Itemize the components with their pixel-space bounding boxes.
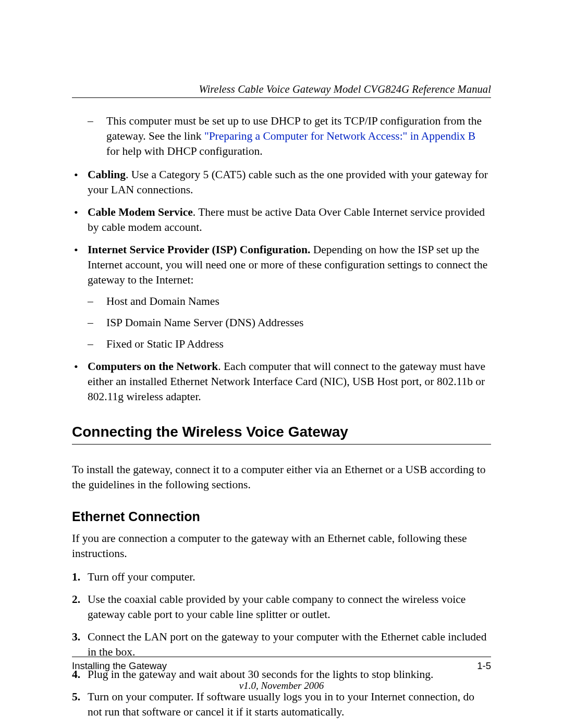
footer-left: Installing the Gateway: [72, 660, 167, 672]
cabling-item: Cabling. Use a Category 5 (CAT5) cable s…: [72, 167, 491, 198]
step-5-num: 5.: [72, 689, 80, 705]
header-rule: [72, 97, 491, 98]
footer-version: v1.0, November 2006: [72, 680, 491, 692]
continuation-block: This computer must be set up to use DHCP…: [72, 114, 491, 159]
step-2-num: 2.: [72, 592, 80, 607]
sub-intro: If you are connection a computer to the …: [72, 531, 491, 561]
steps-list: 1. Turn off your computer. 2. Use the co…: [72, 570, 491, 720]
cabling-text: . Use a Category 5 (CAT5) cable such as …: [88, 168, 488, 196]
running-header: Wireless Cable Voice Gateway Model CVG82…: [72, 83, 491, 95]
isp-sub-1: Host and Domain Names: [88, 294, 491, 309]
dhcp-note-post: for help with DHCP configuration.: [106, 145, 263, 157]
page: Wireless Cable Voice Gateway Model CVG82…: [0, 0, 563, 728]
step-3: 3. Connect the LAN port on the gateway t…: [72, 630, 491, 660]
step-3-num: 3.: [72, 630, 80, 645]
cabling-label: Cabling: [88, 168, 126, 181]
computers-item: Computers on the Network. Each computer …: [72, 359, 491, 404]
section-heading-rule: [72, 444, 491, 445]
step-3-text: Connect the LAN port on the gateway to y…: [88, 631, 486, 658]
isp-config-label: Internet Service Provider (ISP) Configur…: [88, 243, 310, 256]
step-5-text: Turn on your computer. If software usual…: [88, 690, 474, 718]
step-5: 5. Turn on your computer. If software us…: [72, 689, 491, 720]
step-1-text: Turn off your computer.: [88, 571, 195, 583]
footer-rule: [72, 657, 491, 657]
footer-page-number: 1-5: [477, 660, 491, 672]
isp-config-item: Internet Service Provider (ISP) Configur…: [72, 242, 491, 352]
isp-sub-2: ISP Domain Name Server (DNS) Addresses: [88, 315, 491, 330]
section-intro: To install the gateway, connect it to a …: [72, 462, 491, 492]
step-2-text: Use the coaxial cable provided by your c…: [88, 593, 466, 621]
isp-sub-list: Host and Domain Names ISP Domain Name Se…: [88, 294, 491, 352]
step-2: 2. Use the coaxial cable provided by you…: [72, 592, 491, 622]
step-1: 1. Turn off your computer.: [72, 570, 491, 585]
section-heading: Connecting the Wireless Voice Gateway: [72, 422, 491, 442]
body-text: This computer must be set up to use DHCP…: [72, 114, 491, 720]
cable-modem-label: Cable Modem Service: [88, 206, 193, 218]
computers-label: Computers on the Network: [88, 360, 218, 373]
sub-heading-ethernet: Ethernet Connection: [72, 508, 491, 526]
isp-sub-3: Fixed or Static IP Address: [88, 337, 491, 352]
cable-modem-item: Cable Modem Service. There must be activ…: [72, 205, 491, 235]
footer-row: Installing the Gateway 1-5: [72, 660, 491, 672]
appendix-link[interactable]: "Preparing a Computer for Network Access…: [204, 130, 475, 142]
page-footer: Installing the Gateway 1-5 v1.0, Novembe…: [72, 657, 491, 692]
step-1-num: 1.: [72, 570, 80, 585]
dhcp-note: This computer must be set up to use DHCP…: [88, 114, 491, 159]
requirements-list: Cabling. Use a Category 5 (CAT5) cable s…: [72, 167, 491, 404]
